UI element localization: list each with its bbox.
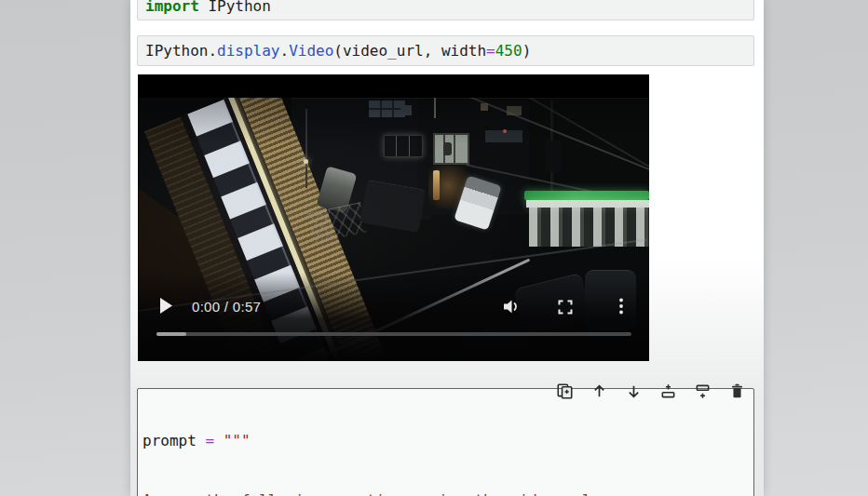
property-token: Video xyxy=(289,42,333,60)
keyword-token: import xyxy=(145,0,199,15)
code-cell-import[interactable]: import IPython xyxy=(137,0,754,20)
code-cell-video-display[interactable]: IPython.display.Video(video_url, width=4… xyxy=(137,35,754,66)
more-options-button[interactable] xyxy=(618,298,624,315)
insert-cell-below-icon xyxy=(695,383,711,399)
number-token: 450 xyxy=(495,42,522,60)
notebook-content-area: import IPython IPython.display.Video(vid… xyxy=(130,0,764,496)
move-cell-down-icon xyxy=(626,383,642,399)
code-token xyxy=(214,432,224,449)
code-token: IPython xyxy=(199,0,271,15)
move-cell-up-button[interactable] xyxy=(591,383,607,399)
volume-icon xyxy=(503,299,521,315)
screen: import IPython IPython.display.Video(vid… xyxy=(0,0,868,496)
move-cell-up-icon xyxy=(591,383,607,399)
operator-token: = xyxy=(205,432,214,449)
code-line: prompt = """ xyxy=(142,431,753,450)
code-line: import IPython xyxy=(145,0,271,15)
fullscreen-button[interactable] xyxy=(558,300,573,315)
play-button[interactable] xyxy=(160,298,173,314)
play-icon xyxy=(160,298,173,314)
delete-cell-icon xyxy=(729,383,745,399)
progress-buffered xyxy=(156,332,186,336)
time-display: 0:00 / 0:57 xyxy=(192,299,261,315)
property-token: display xyxy=(217,42,279,60)
code-token: (video_url, width xyxy=(333,42,486,60)
operator-token: = xyxy=(486,42,495,60)
code-token: ) xyxy=(522,42,532,60)
video-player[interactable]: 0:00 / 0:57 xyxy=(138,74,649,361)
insert-cell-above-button[interactable] xyxy=(660,383,676,399)
volume-button[interactable] xyxy=(503,299,521,315)
insert-cell-above-icon xyxy=(660,383,676,399)
duplicate-cell-button[interactable] xyxy=(557,383,573,399)
string-token: """ xyxy=(224,432,251,449)
code-token: prompt xyxy=(142,432,205,449)
code-cell-prompt[interactable]: prompt = """ Answer the following questi… xyxy=(137,388,754,496)
code-line: Answer the following questions using the… xyxy=(142,490,753,496)
duplicate-cell-icon xyxy=(557,383,573,399)
code-token: . xyxy=(280,42,290,60)
code-token: IPython. xyxy=(145,42,217,60)
code-line: IPython.display.Video(video_url, width=4… xyxy=(145,42,531,60)
video-controls: 0:00 / 0:57 xyxy=(138,74,649,361)
more-options-icon xyxy=(618,298,624,315)
cell-toolbar xyxy=(557,383,745,399)
progress-bar[interactable] xyxy=(156,332,631,336)
move-cell-down-button[interactable] xyxy=(626,383,642,399)
fullscreen-icon xyxy=(558,300,573,315)
delete-cell-button[interactable] xyxy=(729,383,745,399)
insert-cell-below-button[interactable] xyxy=(695,383,711,399)
